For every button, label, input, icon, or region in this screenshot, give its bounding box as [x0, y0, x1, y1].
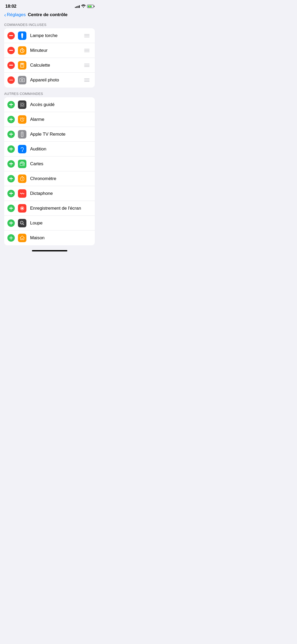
hearing-icon	[18, 145, 26, 153]
list-item: Accès guidé	[4, 97, 95, 112]
remove-flashlight-button[interactable]	[7, 32, 15, 39]
home-icon	[18, 234, 26, 242]
drag-handle[interactable]	[83, 77, 91, 83]
svg-rect-14	[21, 104, 23, 105]
list-item: Cartes	[4, 157, 95, 171]
list-item: Alarme	[4, 112, 95, 127]
status-icons: ⚡	[75, 4, 94, 9]
add-screen-recording-button[interactable]	[7, 205, 15, 212]
guided-access-label: Accès guidé	[30, 102, 91, 107]
timer-icon	[18, 46, 26, 55]
list-item: Chronomètre	[4, 171, 95, 186]
alarm-icon	[18, 115, 26, 124]
apple-tv-label: Apple TV Remote	[30, 132, 91, 137]
svg-point-17	[22, 133, 23, 134]
list-item: Dictaphone	[4, 186, 95, 201]
svg-rect-0	[22, 35, 22, 37]
remove-calculator-button[interactable]	[7, 62, 15, 69]
included-commands-list: Lampe torche Minuteur	[4, 28, 95, 88]
wifi-icon	[81, 4, 86, 9]
svg-point-25	[21, 207, 23, 209]
add-home-button[interactable]	[7, 234, 15, 242]
back-button[interactable]: ‹ Réglages	[4, 12, 26, 17]
svg-point-12	[21, 79, 23, 81]
signal-icon	[75, 5, 80, 8]
svg-point-9	[21, 66, 21, 67]
back-label: Réglages	[7, 12, 26, 17]
drag-handle[interactable]	[83, 33, 91, 38]
svg-rect-22	[23, 164, 24, 165]
add-hearing-button[interactable]	[7, 145, 15, 153]
wallet-label: Cartes	[30, 161, 91, 167]
list-item: Apple TV Remote	[4, 127, 95, 142]
magnifier-label: Loupe	[30, 220, 91, 226]
svg-point-20	[22, 151, 23, 151]
stopwatch-icon	[18, 174, 26, 183]
hearing-label: Audition	[30, 146, 91, 152]
home-indicator	[32, 250, 67, 251]
svg-text:+: +	[21, 222, 22, 224]
add-stopwatch-button[interactable]	[7, 175, 15, 182]
remove-camera-button[interactable]	[7, 76, 15, 84]
nav-bar: ‹ Réglages Centre de contrôle	[0, 11, 99, 21]
svg-point-8	[23, 65, 23, 66]
camera-label: Appareil photo	[30, 77, 83, 83]
list-item: Appareil photo	[4, 73, 95, 88]
camera-icon	[18, 76, 26, 84]
list-item: Minuteur	[4, 43, 95, 58]
list-item: Enregistrement de l'écran	[4, 201, 95, 216]
add-apple-tv-button[interactable]	[7, 131, 15, 138]
status-bar: 18:02 ⚡	[0, 0, 99, 11]
add-guided-access-button[interactable]	[7, 101, 15, 108]
section-others-label: AUTRES COMMANDES	[0, 90, 99, 97]
dictaphone-label: Dictaphone	[30, 191, 91, 196]
add-dictaphone-button[interactable]	[7, 190, 15, 197]
list-item: Calculette	[4, 58, 95, 73]
drag-handle[interactable]	[83, 48, 91, 53]
svg-point-18	[22, 134, 22, 135]
list-item: Lampe torche	[4, 28, 95, 43]
back-chevron-icon: ‹	[4, 12, 6, 17]
status-time: 18:02	[5, 4, 16, 9]
add-alarm-button[interactable]	[7, 116, 15, 123]
svg-point-7	[22, 65, 22, 66]
magnifier-icon: +	[18, 219, 26, 227]
apple-tv-icon	[18, 130, 26, 139]
add-magnifier-button[interactable]	[7, 219, 15, 227]
list-item: + Loupe	[4, 216, 95, 231]
svg-point-19	[22, 135, 22, 135]
calculator-label: Calculette	[30, 63, 83, 68]
remove-timer-button[interactable]	[7, 47, 15, 54]
flashlight-icon	[18, 31, 26, 40]
svg-rect-3	[22, 48, 23, 48]
svg-rect-13	[20, 103, 24, 107]
calculator-icon	[18, 61, 26, 70]
list-item: Audition	[4, 142, 95, 157]
stopwatch-label: Chronomètre	[30, 176, 91, 181]
svg-rect-5	[21, 63, 23, 65]
page-title: Centre de contrôle	[28, 12, 68, 17]
flashlight-label: Lampe torche	[30, 33, 83, 38]
dictaphone-icon	[18, 189, 26, 198]
svg-point-10	[22, 66, 22, 67]
screen-recording-icon	[18, 204, 26, 213]
screen-recording-label: Enregistrement de l'écran	[30, 206, 91, 211]
svg-point-11	[23, 66, 23, 67]
add-wallet-button[interactable]	[7, 160, 15, 168]
other-commands-list: Accès guidé Alarme Apple TV Remote	[4, 97, 95, 245]
list-item: Maison	[4, 231, 95, 245]
alarm-label: Alarme	[30, 117, 91, 122]
svg-rect-21	[20, 162, 25, 165]
drag-handle[interactable]	[83, 63, 91, 68]
home-label: Maison	[30, 235, 91, 241]
svg-point-6	[21, 65, 21, 66]
section-included-label: COMMANDES INCLUSES	[0, 21, 99, 28]
battery-icon: ⚡	[87, 5, 94, 8]
timer-label: Minuteur	[30, 48, 83, 53]
wallet-icon	[18, 160, 26, 168]
guided-access-icon	[18, 100, 26, 109]
